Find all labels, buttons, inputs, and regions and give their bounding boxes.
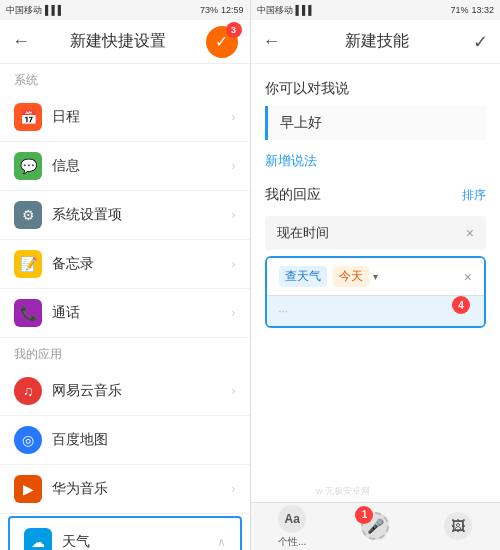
chevron-calendar: › <box>232 110 236 124</box>
back-button-left[interactable]: ← <box>12 31 30 52</box>
add-phrase-link[interactable]: 新增说法 <box>251 148 501 180</box>
list-item-settings[interactable]: ⚙ 系统设置项 › <box>0 191 250 240</box>
image-icon: 🖼 <box>444 512 472 540</box>
top-bar-right: ← 新建技能 ✓ <box>251 20 501 64</box>
weather-icon: ☁ <box>24 528 52 550</box>
settings-label: 系统设置项 <box>52 206 232 224</box>
system-section-label: 系统 <box>0 64 250 93</box>
weather-response-card: 查天气 今天 ▾ × ··· <box>265 256 487 328</box>
toolbar-aa-button[interactable]: Aa 个性... <box>278 505 306 549</box>
phrase-box: 早上好 <box>265 106 487 140</box>
message-label: 信息 <box>52 157 232 175</box>
time-chip-label: 现在时间 <box>277 224 466 242</box>
status-left: 中国移动 ▌▌▌ <box>6 4 64 17</box>
list-item-hwmusic[interactable]: ▶ 华为音乐 › <box>0 465 250 514</box>
dropdown-arrow-icon[interactable]: ▾ <box>373 271 378 282</box>
signal-left: ▌▌▌ <box>45 5 64 15</box>
aa-label: 个性... <box>278 535 306 549</box>
badge-4-container: 4 <box>452 296 470 314</box>
weather-label: 天气 <box>62 533 217 550</box>
badge-left: 3 <box>226 22 242 38</box>
carrier-right: 中国移动 <box>257 4 293 17</box>
back-button-right[interactable]: ← <box>263 31 281 52</box>
img-glyph: 🖼 <box>451 518 465 534</box>
right-content: 你可以对我说 早上好 新增说法 我的回应 排序 现在时间 × 查天气 今天 ▾ … <box>251 64 501 502</box>
memo-icon: 📝 <box>14 250 42 278</box>
settings-icon: ⚙ <box>14 201 42 229</box>
chevron-weather: ∧ <box>217 535 226 549</box>
phone-icon: 📞 <box>14 299 42 327</box>
list-item-phone[interactable]: 📞 通话 › <box>0 289 250 338</box>
status-bar-left: 中国移动 ▌▌▌ 73% 12:59 <box>0 0 250 20</box>
card-tag-weather: 查天气 <box>279 266 327 287</box>
time-left: 12:59 <box>221 5 244 15</box>
baidu-icon: ◎ <box>14 426 42 454</box>
list-item-netease[interactable]: ♫ 网易云音乐 › <box>0 367 250 416</box>
status-right-right: 71% 13:32 <box>450 5 494 15</box>
list-item-message[interactable]: 💬 信息 › <box>0 142 250 191</box>
response-section-title: 我的回应 <box>265 186 321 204</box>
bottom-toolbar: Aa 个性... 1 🎤 🖼 <box>251 502 501 550</box>
page-title-left: 新建快捷设置 <box>30 31 206 52</box>
confirm-button-left[interactable]: ✓ 3 <box>206 26 238 58</box>
badge-4: 4 <box>452 296 470 314</box>
check-button-right[interactable]: ✓ <box>473 31 488 53</box>
calendar-label: 日程 <box>52 108 232 126</box>
hwmusic-label: 华为音乐 <box>52 480 232 498</box>
battery-left: 73% <box>200 5 218 15</box>
chevron-phone: › <box>232 306 236 320</box>
phone-label: 通话 <box>52 304 232 322</box>
aa-text: Aa <box>285 512 300 526</box>
time-chip-remove[interactable]: × <box>466 225 474 241</box>
time-right: 13:32 <box>471 5 494 15</box>
phrase-text: 早上好 <box>280 114 322 130</box>
myapps-section-label: 我的应用 <box>0 338 250 367</box>
card-row: 查天气 今天 ▾ × <box>267 258 485 295</box>
top-bar-left: ← 新建快捷设置 ✓ 3 <box>0 20 250 64</box>
chevron-settings: › <box>232 208 236 222</box>
chevron-hwmusic: › <box>232 482 236 496</box>
time-chip: 现在时间 × <box>265 216 487 250</box>
weather-group: ☁ 天气 ∧ 查天气 <box>8 516 242 550</box>
response-header: 我的回应 排序 <box>251 180 501 212</box>
battery-right: 71% <box>450 5 468 15</box>
chevron-netease: › <box>232 384 236 398</box>
memo-label: 备忘录 <box>52 255 232 273</box>
card-remove-button[interactable]: × <box>464 269 472 285</box>
signal-right: ▌▌▌ <box>296 5 315 15</box>
list-item-baidu[interactable]: ◎ 百度地图 <box>0 416 250 465</box>
say-section-title: 你可以对我说 <box>251 74 501 106</box>
list-item-calendar[interactable]: 📅 日程 › <box>0 93 250 142</box>
netease-label: 网易云音乐 <box>52 382 232 400</box>
baidu-label: 百度地图 <box>52 431 236 449</box>
card-tag-today: 今天 <box>333 266 369 287</box>
left-panel: 中国移动 ▌▌▌ 73% 12:59 ← 新建快捷设置 ✓ 3 系统 📅 日程 … <box>0 0 250 550</box>
toolbar-img-button[interactable]: 🖼 <box>444 512 472 542</box>
netease-icon: ♫ <box>14 377 42 405</box>
status-right-left: 73% 12:59 <box>200 5 244 15</box>
badge-1: 1 <box>355 506 373 524</box>
message-icon: 💬 <box>14 152 42 180</box>
status-bar-right: 中国移动 ▌▌▌ 71% 13:32 <box>251 0 501 20</box>
page-title-right: 新建技能 <box>281 31 474 52</box>
sort-button[interactable]: 排序 <box>462 187 486 204</box>
list-item-weather[interactable]: ☁ 天气 ∧ <box>10 518 240 550</box>
hwmusic-icon: ▶ <box>14 475 42 503</box>
list-item-memo[interactable]: 📝 备忘录 › <box>0 240 250 289</box>
card-placeholder: ··· <box>279 305 288 317</box>
chevron-memo: › <box>232 257 236 271</box>
check-icon-left: ✓ <box>215 32 228 51</box>
right-panel: 中国移动 ▌▌▌ 71% 13:32 ← 新建技能 ✓ 你可以对我说 早上好 新… <box>251 0 501 550</box>
left-content: 系统 📅 日程 › 💬 信息 › ⚙ 系统设置项 › 📝 备忘录 › 📞 通话 … <box>0 64 250 550</box>
chevron-message: › <box>232 159 236 173</box>
toolbar-mic-container: 1 🎤 <box>361 512 389 542</box>
carrier-left: 中国移动 <box>6 4 42 17</box>
status-left-right: 中国移动 ▌▌▌ <box>257 4 315 17</box>
calendar-icon: 📅 <box>14 103 42 131</box>
aa-icon: Aa <box>278 505 306 533</box>
